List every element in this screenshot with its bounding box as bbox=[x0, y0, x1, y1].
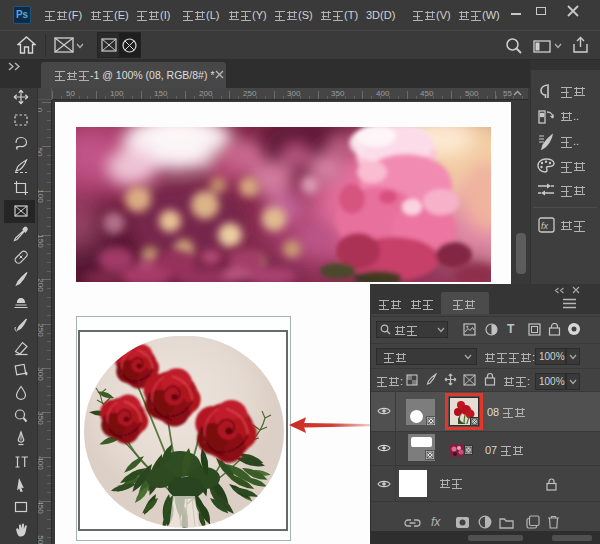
svg-text:fx: fx bbox=[541, 221, 549, 231]
